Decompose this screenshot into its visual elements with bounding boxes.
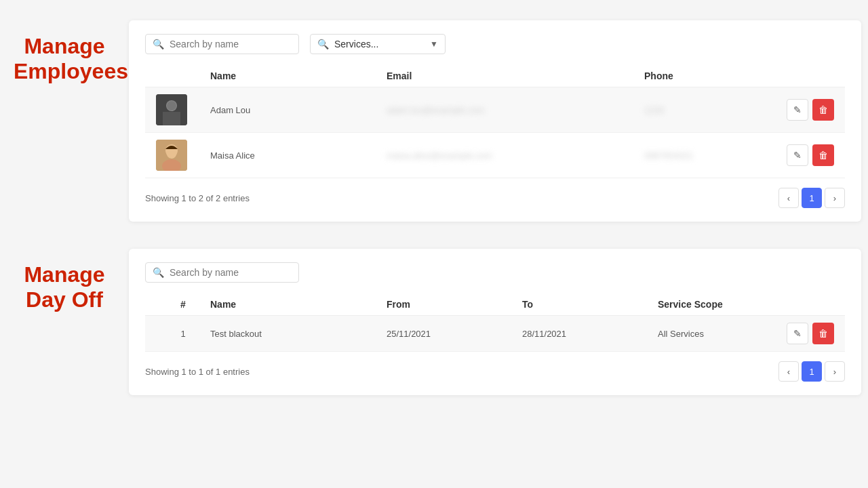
dayoff-toolbar: 🔍 <box>145 262 845 283</box>
table-row: Adam Lou adam.lou@example.com 1234 ✎ 🗑 <box>145 87 845 133</box>
dayoff-scope: All Services <box>658 329 780 339</box>
dayoff-from: 25/11/2021 <box>387 329 522 339</box>
next-page-button[interactable]: › <box>825 361 845 382</box>
current-page-button[interactable]: 1 <box>802 188 822 208</box>
dayoff-pagination-row: Showing 1 to 1 of 1 entries ‹ 1 › <box>145 361 845 382</box>
dayoff-search-input[interactable] <box>170 267 292 278</box>
col-avatar-header <box>156 70 210 81</box>
col-name-header: Name <box>210 70 387 81</box>
employee-email: adam.lou@example.com <box>387 105 644 115</box>
search-icon: 🔍 <box>153 39 164 49</box>
employees-search-input[interactable] <box>170 39 292 49</box>
dayoff-name: Test blackout <box>210 329 387 339</box>
col-num-header: # <box>156 299 210 310</box>
delete-button[interactable]: 🗑 <box>812 144 834 166</box>
col-actions-header <box>780 299 834 310</box>
employees-table-header: Name Email Phone <box>145 65 845 87</box>
employee-name: Maisa Alice <box>210 150 387 161</box>
next-page-button[interactable]: › <box>825 188 845 208</box>
manage-dayoff-label: Manage Day Off <box>0 249 129 312</box>
employee-phone: 0987654321 <box>644 150 780 161</box>
delete-button[interactable]: 🗑 <box>812 99 834 121</box>
dayoff-num: 1 <box>156 329 210 339</box>
col-email-header: Email <box>387 70 644 81</box>
employee-phone: 1234 <box>644 105 780 115</box>
edit-button[interactable]: ✎ <box>787 144 808 166</box>
dayoff-to: 28/11/2021 <box>522 329 658 339</box>
employees-search-box[interactable]: 🔍 <box>145 34 299 54</box>
services-placeholder-text: Services... <box>334 39 378 49</box>
employee-email: maisa.alice@example.com <box>387 150 644 161</box>
row-actions: ✎ 🗑 <box>780 323 834 344</box>
edit-button[interactable]: ✎ <box>787 323 808 344</box>
svg-rect-4 <box>163 112 180 125</box>
dayoff-table-header: # Name From To Service Scope <box>145 293 845 316</box>
svg-point-3 <box>167 101 176 110</box>
delete-button[interactable]: 🗑 <box>812 323 834 344</box>
chevron-down-icon: ▼ <box>430 39 438 49</box>
dayoff-panel: 🔍 # Name From To Service Scope 1 Test bl… <box>129 249 861 395</box>
manage-employees-section: Manage Employees 🔍 🔍 Services... ▼ <box>0 20 868 222</box>
col-to-header: To <box>522 299 658 310</box>
dayoff-showing-text: Showing 1 to 1 of 1 entries <box>145 367 250 377</box>
dayoff-search-box[interactable]: 🔍 <box>145 262 299 283</box>
search-icon: 🔍 <box>153 267 164 278</box>
employees-showing-text: Showing 1 to 2 of 2 entries <box>145 193 250 203</box>
col-phone-header: Phone <box>644 70 780 81</box>
employee-name: Adam Lou <box>210 105 387 115</box>
col-from-header: From <box>387 299 522 310</box>
services-dropdown[interactable]: 🔍 Services... ▼ <box>310 34 446 54</box>
col-scope-header: Service Scope <box>658 299 780 310</box>
row-actions: ✎ 🗑 <box>780 99 834 121</box>
employees-pagination-row: Showing 1 to 2 of 2 entries ‹ 1 › <box>145 188 845 208</box>
prev-page-button[interactable]: ‹ <box>778 361 799 382</box>
employees-pagination-controls: ‹ 1 › <box>778 188 845 208</box>
dayoff-pagination-controls: ‹ 1 › <box>778 361 845 382</box>
services-search-icon: 🔍 <box>317 39 329 49</box>
manage-dayoff-section: Manage Day Off 🔍 # Name From To Service … <box>0 249 868 395</box>
col-name-header: Name <box>210 299 387 310</box>
row-actions: ✎ 🗑 <box>780 144 834 166</box>
table-row: Maisa Alice maisa.alice@example.com 0987… <box>145 133 845 178</box>
current-page-button[interactable]: 1 <box>802 361 822 382</box>
avatar <box>156 94 187 125</box>
prev-page-button[interactable]: ‹ <box>778 188 799 208</box>
avatar <box>156 140 187 171</box>
manage-employees-label: Manage Employees <box>0 20 129 84</box>
employees-toolbar: 🔍 🔍 Services... ▼ <box>145 34 845 54</box>
edit-button[interactable]: ✎ <box>787 99 808 121</box>
employees-panel: 🔍 🔍 Services... ▼ Name Email Phone <box>129 20 861 222</box>
table-row: 1 Test blackout 25/11/2021 28/11/2021 Al… <box>145 316 845 352</box>
col-actions-header <box>780 70 834 81</box>
